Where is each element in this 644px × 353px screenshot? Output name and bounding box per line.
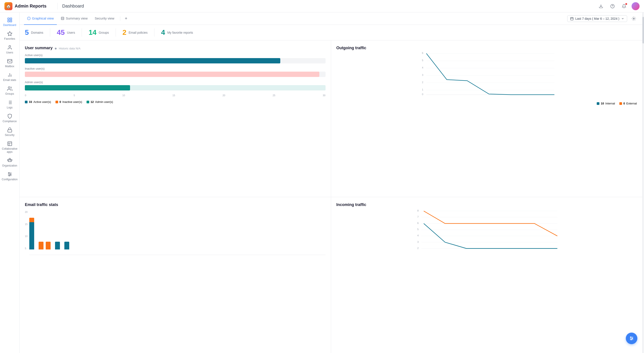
email-y-axis: 20 15 10 5 [25, 211, 29, 255]
email-traffic-panel: Email traffic stats 20 15 10 5 [20, 197, 331, 353]
users-icon [7, 45, 12, 50]
bar-x-axis: 0 5 10 15 20 25 30 [25, 94, 326, 97]
active-users-track [25, 58, 326, 63]
sidebar-item-logs[interactable]: Logs [1, 98, 18, 111]
user-avatar[interactable] [632, 2, 640, 10]
logo-icon: 🏠 [4, 2, 12, 10]
compliance-icon [7, 113, 12, 119]
sidebar-item-compliance[interactable]: Compliance [1, 111, 18, 125]
sidebar-item-organization[interactable]: Organization [1, 156, 18, 169]
chevron-down-icon [621, 17, 624, 20]
tab-summary-view[interactable]: Summary view [58, 12, 90, 25]
svg-rect-24 [11, 159, 12, 161]
configuration-icon [7, 172, 12, 177]
sidebar-item-dashboard[interactable]: Dashboard [1, 15, 18, 29]
sidebar-item-groups[interactable]: Groups [1, 84, 18, 98]
security-icon [7, 127, 12, 133]
sidebar: Dashboard Favorites Users Mailbox Email [0, 12, 20, 353]
tab-summary-label: Summary view [66, 16, 88, 20]
view-tabs-bar: Graphical view Summary view Security vie… [20, 12, 642, 25]
right-scrollbar[interactable] [642, 12, 644, 353]
tab-graphical-view[interactable]: Graphical view [24, 12, 57, 25]
graphical-view-icon [27, 17, 30, 20]
svg-rect-22 [8, 159, 9, 161]
legend-inactive: 0 Inactive user(s) [56, 100, 82, 103]
dashboard-grid: User summary Historic data N/A Active us… [20, 40, 642, 353]
display-settings-icon [631, 16, 636, 21]
content-area: Graphical view Summary view Security vie… [20, 12, 642, 353]
svg-text:4: 4 [422, 66, 423, 69]
view-tabs: Graphical view Summary view Security vie… [24, 12, 567, 25]
sidebar-item-label: Logs [7, 106, 12, 109]
outgoing-internal-line [426, 53, 554, 95]
stat-favorite-reports[interactable]: 4 My favorite reports [154, 28, 200, 36]
stat-label-groups: Groups [99, 31, 109, 34]
outgoing-internal-count: 10 [601, 102, 604, 105]
stat-groups[interactable]: 14 Groups [82, 28, 116, 36]
historic-data-indicator [55, 48, 56, 49]
svg-text:0: 0 [422, 93, 423, 96]
email-bar-group-8 [64, 210, 69, 250]
summary-view-icon [61, 17, 64, 20]
stat-email-policies[interactable]: 2 Email policies [116, 28, 154, 36]
inactive-users-bar: Inactive user(s) [25, 67, 326, 77]
stats-row: 5 Domains 45 Users 14 Groups 2 Email pol… [20, 25, 642, 40]
date-filter-button[interactable]: Last 7 days ( Mar 6 – 12, 2024 ) [567, 15, 627, 22]
sidebar-item-security[interactable]: Security [1, 125, 18, 139]
sidebar-item-label: Organization [2, 164, 17, 167]
svg-rect-23 [9, 158, 10, 160]
svg-rect-35 [61, 17, 64, 20]
app-logo[interactable]: 🏠 Admin Reports [4, 2, 46, 10]
scrollbar-thumb[interactable] [642, 17, 644, 43]
fab-button[interactable] [626, 333, 637, 344]
stat-label-email-policies: Email policies [129, 31, 148, 34]
display-settings-button[interactable] [630, 15, 638, 23]
tab-security-view[interactable]: Security view [92, 12, 118, 25]
favorites-icon [7, 31, 12, 36]
stat-label-domains: Domains [31, 31, 43, 34]
sidebar-item-collaborative-apps[interactable]: Collaborative apps [1, 139, 18, 156]
legend-admin-count: 12 [90, 100, 94, 103]
sidebar-item-label: Collaborative apps [2, 147, 17, 153]
inactive-users-track [25, 72, 326, 77]
sidebar-item-label: Email stats [3, 78, 16, 82]
email-bar-orange-1 [29, 218, 34, 222]
sidebar-item-favorites[interactable]: Favorites [1, 29, 18, 42]
svg-point-42 [633, 18, 634, 19]
organization-icon [7, 158, 12, 163]
add-tab-button[interactable]: + [123, 15, 129, 22]
stat-domains[interactable]: 5 Domains [25, 28, 50, 36]
help-button[interactable] [608, 2, 616, 10]
collaborative-apps-icon [7, 141, 12, 146]
sidebar-item-email-stats[interactable]: Email stats [1, 70, 18, 84]
sidebar-item-users[interactable]: Users [1, 42, 18, 56]
admin-users-track [25, 85, 326, 90]
svg-rect-6 [10, 20, 12, 22]
sidebar-item-mailbox[interactable]: Mailbox [1, 56, 18, 70]
incoming-traffic-panel: Incoming traffic 8 7 6 5 4 3 2 [331, 197, 642, 353]
mailbox-icon [7, 58, 12, 64]
outgoing-external-label: External [626, 102, 637, 105]
legend-active: 33 Active user(s) [25, 100, 51, 103]
email-bar-teal-6 [55, 242, 60, 250]
notification-button[interactable] [620, 2, 628, 10]
svg-text:5: 5 [422, 59, 423, 62]
outgoing-internal-legend: 10 Internal [597, 102, 615, 105]
stat-users[interactable]: 45 Users [50, 28, 82, 36]
sidebar-item-configuration[interactable]: Configuration [1, 169, 18, 183]
outgoing-traffic-chart: 6 5 4 3 2 1 0 [336, 51, 637, 100]
download-button[interactable] [597, 2, 605, 10]
user-summary-panel: User summary Historic data N/A Active us… [20, 40, 331, 197]
outgoing-internal-label: Internal [606, 102, 615, 105]
email-bar-group-3 [38, 210, 44, 250]
stat-number-favorite-reports: 4 [161, 28, 165, 36]
svg-rect-4 [10, 18, 12, 19]
main-layout: Dashboard Favorites Users Mailbox Email [0, 12, 644, 353]
tab-graphical-label: Graphical view [32, 16, 54, 20]
svg-point-13 [8, 87, 10, 88]
historic-data-label: Historic data N/A [59, 47, 80, 50]
svg-text:2: 2 [422, 81, 423, 84]
email-bars-container [29, 211, 325, 255]
stat-label-favorite-reports: My favorite reports [167, 31, 193, 34]
legend-admin-label: Admin user(s) [95, 100, 113, 103]
